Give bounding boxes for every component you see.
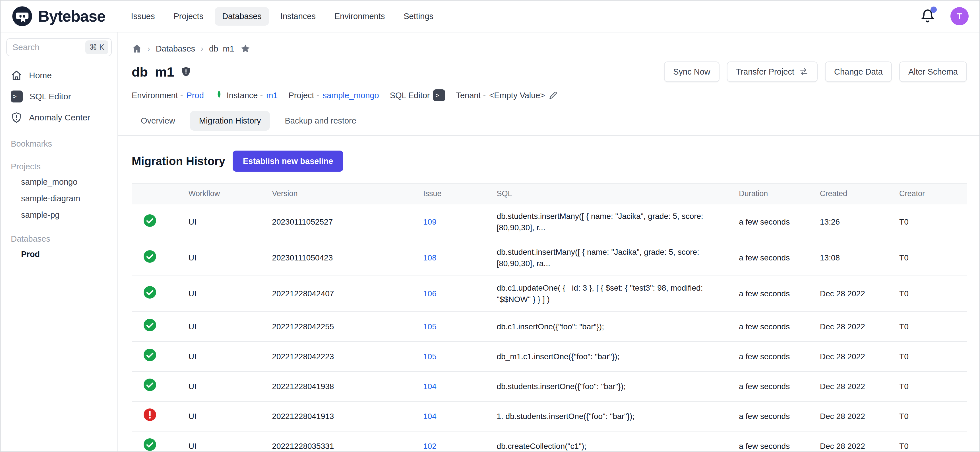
database-tabs: Overview Migration History Backup and re… bbox=[118, 111, 980, 131]
creator-cell: T0 bbox=[899, 371, 967, 401]
success-check-icon bbox=[143, 318, 157, 332]
sidebar-project-sample-mongo[interactable]: sample_mongo bbox=[6, 174, 112, 190]
created-cell: Dec 28 2022 bbox=[820, 276, 899, 311]
duration-cell: a few seconds bbox=[739, 276, 820, 311]
sidebar-project-sample-diagram[interactable]: sample-diagram bbox=[6, 190, 112, 207]
table-row[interactable]: UI 20230111052527 109 db.students.insert… bbox=[132, 204, 967, 240]
sql-cell: db.students.insertMany([ { name: "Jacika… bbox=[496, 204, 739, 240]
creator-cell: T0 bbox=[899, 204, 967, 240]
database-meta-row: Environment - Prod Instance - m1 Project… bbox=[118, 89, 980, 101]
instance-link[interactable]: m1 bbox=[266, 91, 278, 100]
issue-link[interactable]: 105 bbox=[423, 322, 436, 331]
table-row[interactable]: UI 20221228042223 105 db_m1.c1.insertOne… bbox=[132, 342, 967, 371]
version-cell: 20221228042223 bbox=[272, 342, 423, 371]
version-cell: 20230111050423 bbox=[272, 240, 423, 276]
sidebar-item-sql-editor[interactable]: >_ SQL Editor bbox=[6, 86, 112, 107]
change-data-button[interactable]: Change Data bbox=[825, 61, 892, 82]
issue-link[interactable]: 104 bbox=[423, 412, 436, 421]
creator-cell: T0 bbox=[899, 401, 967, 431]
issue-link[interactable]: 108 bbox=[423, 253, 436, 262]
col-workflow: Workflow bbox=[189, 183, 272, 204]
project-link[interactable]: sample_mongo bbox=[323, 91, 379, 100]
sidebar-section-projects: Projects bbox=[6, 160, 112, 174]
success-check-icon bbox=[143, 348, 157, 362]
issue-link[interactable]: 106 bbox=[423, 289, 436, 298]
top-nav-links: Issues Projects Databases Instances Envi… bbox=[124, 7, 441, 26]
duration-cell: a few seconds bbox=[739, 401, 820, 431]
creator-cell: T0 bbox=[899, 311, 967, 342]
table-row[interactable]: UI 20221228042407 106 db.c1.updateOne( {… bbox=[132, 276, 967, 311]
migration-history-heading: Migration History bbox=[132, 155, 225, 168]
duration-cell: a few seconds bbox=[739, 431, 820, 452]
issue-link[interactable]: 105 bbox=[423, 352, 436, 361]
breadcrumb-databases[interactable]: Databases bbox=[156, 44, 196, 54]
table-row[interactable]: UI 20221228042255 105 db.c1.insertOne({"… bbox=[132, 311, 967, 342]
search-input[interactable]: Search ⌘ K bbox=[6, 38, 112, 56]
table-row[interactable]: UI 20221228035331 102 db.createCollectio… bbox=[132, 431, 967, 452]
version-cell: 20221228042255 bbox=[272, 311, 423, 342]
edit-pencil-icon[interactable] bbox=[548, 91, 558, 100]
topbar-right: T bbox=[920, 7, 969, 26]
nav-item-environments[interactable]: Environments bbox=[327, 7, 392, 26]
table-row[interactable]: UI 20221228041938 104 db.students.insert… bbox=[132, 371, 967, 401]
issue-link[interactable]: 109 bbox=[423, 217, 436, 226]
alter-schema-button[interactable]: Alter Schema bbox=[899, 61, 967, 82]
bytebase-logo[interactable]: Bytebase bbox=[11, 5, 105, 27]
sidebar-item-home[interactable]: Home bbox=[6, 65, 112, 86]
col-sql: SQL bbox=[496, 183, 739, 204]
sql-editor-shortcut[interactable]: SQL Editor >_ bbox=[390, 89, 445, 101]
issue-link[interactable]: 104 bbox=[423, 382, 436, 391]
sidebar-menu: Home >_ SQL Editor Anomaly Center bbox=[6, 65, 112, 128]
created-cell: Dec 28 2022 bbox=[820, 401, 899, 431]
nav-item-issues[interactable]: Issues bbox=[124, 7, 162, 26]
sidebar-section-databases: Databases bbox=[6, 232, 112, 246]
tab-backup-and-restore[interactable]: Backup and restore bbox=[275, 111, 365, 131]
terminal-icon: >_ bbox=[433, 89, 445, 101]
nav-item-settings[interactable]: Settings bbox=[396, 7, 441, 26]
notification-dot bbox=[931, 6, 937, 13]
created-cell: 13:26 bbox=[820, 204, 899, 240]
col-created: Created bbox=[820, 183, 899, 204]
success-check-icon bbox=[143, 438, 157, 452]
establish-baseline-button[interactable]: Establish new baseline bbox=[232, 150, 344, 172]
bookmark-star-icon[interactable] bbox=[240, 43, 251, 54]
shield-status-icon bbox=[180, 66, 192, 77]
page-title: db_m1 bbox=[132, 64, 174, 80]
created-cell: Dec 28 2022 bbox=[820, 311, 899, 342]
breadcrumb-home-icon[interactable] bbox=[132, 43, 142, 54]
tab-migration-history[interactable]: Migration History bbox=[190, 111, 270, 131]
sidebar-database-prod[interactable]: Prod bbox=[6, 246, 112, 262]
transfer-project-button[interactable]: Transfer Project bbox=[727, 61, 818, 82]
sync-now-button[interactable]: Sync Now bbox=[664, 61, 719, 82]
user-avatar[interactable]: T bbox=[950, 7, 969, 26]
version-cell: 20230111052527 bbox=[272, 204, 423, 240]
issue-link[interactable]: 102 bbox=[423, 442, 436, 450]
top-navbar: Bytebase Issues Projects Databases Insta… bbox=[0, 0, 980, 32]
table-row[interactable]: UI 20230111050423 108 db.student.insertM… bbox=[132, 240, 967, 276]
nav-item-projects[interactable]: Projects bbox=[166, 7, 211, 26]
sidebar-item-label: Home bbox=[29, 70, 52, 80]
sidebar-item-anomaly-center[interactable]: Anomaly Center bbox=[6, 107, 112, 128]
breadcrumb-current: db_m1 bbox=[209, 44, 234, 54]
created-cell: 13:08 bbox=[820, 240, 899, 276]
sql-cell: db.c1.updateOne( { _id: 3 }, [ { $set: {… bbox=[496, 276, 739, 311]
error-exclamation-icon bbox=[143, 408, 157, 422]
tab-overview[interactable]: Overview bbox=[132, 111, 184, 131]
sql-cell: db_m1.c1.insertOne({"foo": "bar"}); bbox=[496, 342, 739, 371]
notification-bell-button[interactable] bbox=[920, 8, 935, 24]
nav-item-instances[interactable]: Instances bbox=[273, 7, 323, 26]
version-cell: 20221228042407 bbox=[272, 276, 423, 311]
table-row[interactable]: UI 20221228041913 104 1. db.students.ins… bbox=[132, 401, 967, 431]
nav-item-databases[interactable]: Databases bbox=[215, 7, 269, 26]
transfer-arrows-icon bbox=[799, 67, 808, 77]
workflow-cell: UI bbox=[189, 342, 272, 371]
sql-cell: 1. db.students.insertOne({"foo": "bar"})… bbox=[496, 401, 739, 431]
creator-cell: T0 bbox=[899, 342, 967, 371]
environment-link[interactable]: Prod bbox=[186, 91, 204, 100]
mongodb-leaf-icon bbox=[215, 90, 223, 101]
duration-cell: a few seconds bbox=[739, 371, 820, 401]
sidebar-item-label: SQL Editor bbox=[30, 92, 71, 101]
workflow-cell: UI bbox=[189, 311, 272, 342]
tenant-value: <Empty Value> bbox=[489, 91, 545, 100]
sidebar-project-sample-pg[interactable]: sample-pg bbox=[6, 207, 112, 223]
